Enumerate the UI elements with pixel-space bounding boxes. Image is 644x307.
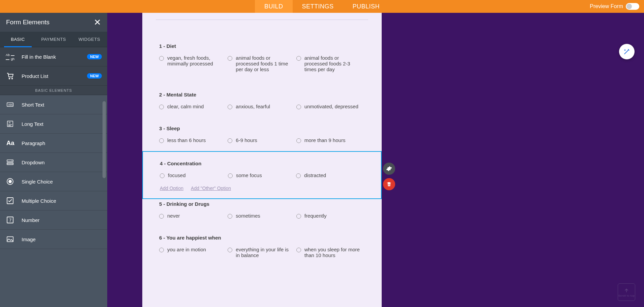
- element-dropdown[interactable]: Dropdown: [0, 153, 107, 172]
- form-canvas[interactable]: 1 - Diet vegan, fresh foods, minimally p…: [142, 13, 382, 307]
- sidebar-tab-payments[interactable]: PAYMENTS: [36, 32, 71, 47]
- element-product-list[interactable]: Product List NEW: [0, 66, 107, 86]
- element-number[interactable]: 7 Number: [0, 211, 107, 230]
- option[interactable]: some focus: [228, 172, 296, 178]
- option[interactable]: you are in motion: [159, 247, 228, 258]
- option-label: vegan, fresh foods, minimally processed: [167, 55, 223, 66]
- option-label: everything in your life is in balance: [236, 247, 291, 258]
- question-happiest-when[interactable]: 6 - You are happiest when you are in mot…: [159, 235, 365, 258]
- question-title: 6 - You are happiest when: [159, 235, 365, 241]
- field-settings-button[interactable]: [383, 163, 395, 175]
- option-label: distracted: [304, 172, 326, 178]
- element-label: Number: [22, 217, 39, 223]
- radio-icon: [160, 173, 165, 178]
- tab-publish[interactable]: PUBLISH: [343, 0, 389, 13]
- element-list: Abgh Fill in the Blank NEW Product List …: [0, 47, 107, 307]
- new-badge: NEW: [87, 73, 102, 79]
- sidebar-tabs: BASIC PAYMENTS WIDGETS: [0, 32, 107, 47]
- element-label: Short Text: [22, 102, 44, 108]
- gear-icon: [386, 166, 392, 172]
- theme-wand-button[interactable]: [619, 44, 635, 59]
- svg-text:7: 7: [9, 218, 11, 223]
- question-mental-state[interactable]: 2 - Mental State clear, calm mind anxiou…: [159, 92, 365, 109]
- option[interactable]: distracted: [296, 172, 364, 178]
- scroll-to-top-button[interactable]: Scroll to top: [618, 283, 635, 301]
- option[interactable]: focused: [160, 172, 228, 178]
- question-sleep[interactable]: 3 - Sleep less than 6 hours 6-9 hours mo…: [159, 125, 365, 143]
- option[interactable]: clear, calm mind: [159, 104, 228, 109]
- option[interactable]: sometimes: [228, 213, 296, 219]
- section-caption: BASIC ELEMENTS: [0, 86, 107, 95]
- radio-icon: [159, 248, 164, 252]
- preview-toggle[interactable]: [626, 3, 639, 10]
- option[interactable]: never: [159, 213, 228, 219]
- option[interactable]: 6-9 hours: [228, 137, 296, 143]
- sidebar-tab-widgets-label: WIDGETS: [79, 37, 100, 42]
- element-label: Image: [22, 236, 36, 242]
- element-label: Dropdown: [22, 160, 45, 165]
- field-delete-button[interactable]: [383, 178, 395, 190]
- radio-icon: [159, 56, 164, 61]
- option-label: frequently: [304, 213, 327, 219]
- option-label: anxious, fearful: [236, 104, 270, 109]
- options: focused some focus distracted: [160, 172, 364, 178]
- option-label: you are in motion: [167, 247, 206, 252]
- sidebar-tab-widgets[interactable]: WIDGETS: [71, 32, 107, 47]
- option[interactable]: more than 9 hours: [296, 137, 365, 143]
- question-diet[interactable]: 1 - Diet vegan, fresh foods, minimally p…: [159, 43, 365, 72]
- svg-point-4: [9, 78, 10, 79]
- question-concentration-selected[interactable]: 4 - Concentration focused some focus dis…: [142, 151, 382, 199]
- cart-icon: [5, 72, 15, 80]
- add-other-option-link[interactable]: Add "Other" Option: [191, 186, 231, 191]
- svg-text:gh: gh: [11, 57, 14, 61]
- short-text-icon: ABC: [5, 101, 15, 108]
- option-label: clear, calm mind: [167, 104, 204, 109]
- tab-build[interactable]: BUILD: [255, 0, 293, 13]
- question-title: 5 - Drinking or Drugs: [159, 201, 365, 207]
- sidebar-tab-payments-label: PAYMENTS: [41, 37, 66, 42]
- option[interactable]: everything in your life is in balance: [228, 247, 296, 258]
- element-fill-in-the-blank[interactable]: Abgh Fill in the Blank NEW: [0, 47, 107, 66]
- add-option-links: Add Option Add "Other" Option: [160, 186, 364, 191]
- question-title[interactable]: 4 - Concentration: [160, 161, 364, 166]
- element-label: Paragraph: [22, 140, 45, 146]
- element-long-text[interactable]: AI Long Text: [0, 114, 107, 134]
- options: you are in motion everything in your lif…: [159, 247, 365, 258]
- element-paragraph[interactable]: Aa Paragraph: [0, 134, 107, 153]
- option-label: more than 9 hours: [304, 137, 346, 143]
- option[interactable]: unmotivated, depressed: [296, 104, 365, 109]
- radio-icon: [159, 105, 164, 109]
- element-single-choice[interactable]: Single Choice: [0, 172, 107, 191]
- preview-form-control[interactable]: Preview Form: [590, 0, 639, 13]
- element-label: Multiple Choice: [22, 198, 56, 204]
- sidebar-tab-basic[interactable]: BASIC: [0, 32, 36, 47]
- option[interactable]: animal foods or processed foods 1 time p…: [228, 55, 296, 72]
- option-label: when you sleep for more than 10 hours: [304, 247, 360, 258]
- add-option-link[interactable]: Add Option: [160, 186, 183, 191]
- preview-form-label: Preview Form: [590, 3, 623, 9]
- option[interactable]: when you sleep for more than 10 hours: [296, 247, 365, 258]
- scroll-to-top-label: Scroll to top: [618, 294, 635, 297]
- radio-icon: [296, 173, 301, 178]
- element-label: Product List: [22, 73, 48, 79]
- long-text-icon: AI: [5, 120, 15, 128]
- element-multiple-choice[interactable]: Multiple Choice: [0, 191, 107, 211]
- paragraph-icon: Aa: [5, 139, 15, 147]
- sidebar-scrollbar[interactable]: [103, 101, 106, 178]
- svg-text:AI: AI: [8, 121, 10, 124]
- tab-settings[interactable]: SETTINGS: [292, 0, 343, 13]
- element-short-text[interactable]: ABC Short Text: [0, 95, 107, 114]
- option[interactable]: frequently: [296, 213, 365, 219]
- option[interactable]: vegan, fresh foods, minimally processed: [159, 55, 228, 72]
- sidebar-tab-basic-label: BASIC: [11, 37, 25, 42]
- radio-icon: [228, 105, 232, 109]
- close-icon[interactable]: ✕: [94, 17, 101, 28]
- svg-text:Ab: Ab: [6, 53, 10, 57]
- arrow-up-icon: [623, 287, 630, 294]
- option[interactable]: less than 6 hours: [159, 137, 228, 143]
- option[interactable]: animal foods or processed foods 2-3 time…: [296, 55, 365, 72]
- option[interactable]: anxious, fearful: [228, 104, 296, 109]
- element-image[interactable]: Image: [0, 230, 107, 249]
- question-drinking-drugs[interactable]: 5 - Drinking or Drugs never sometimes fr…: [159, 201, 365, 219]
- options: less than 6 hours 6-9 hours more than 9 …: [159, 137, 365, 143]
